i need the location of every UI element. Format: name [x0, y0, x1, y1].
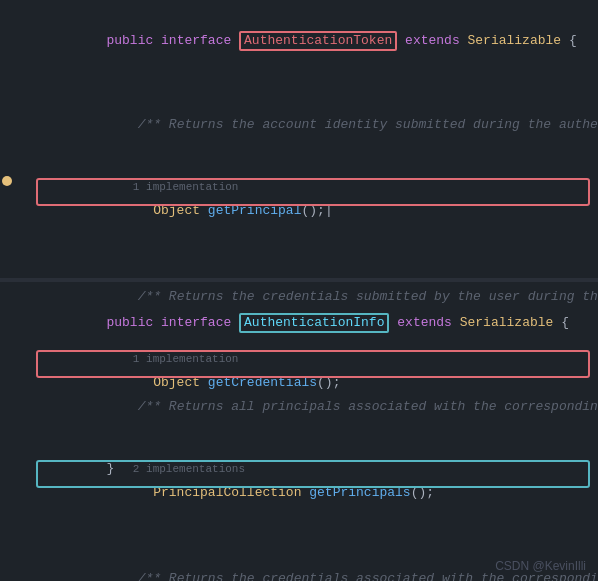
watermark: CSDN @KevinIlli [495, 559, 586, 573]
method-get-principals: getPrincipals [309, 485, 410, 500]
keyword-public: public [106, 33, 161, 48]
bottom-extends: extends [389, 315, 459, 330]
bottom-keyword-public: public [106, 315, 161, 330]
type-object-1: Object [122, 203, 208, 218]
serializable-type: Serializable [468, 33, 562, 48]
comment-1: /** Returns the account identity submitt… [106, 117, 598, 132]
code-line-5: Object getPrincipal();| [0, 180, 598, 242]
bottom-code-line-1: public interface AuthenticationInfo exte… [0, 292, 598, 354]
bottom-open-brace: { [553, 315, 569, 330]
bottom-method-content-1: PrincipalCollection getPrincipals(); [36, 463, 598, 523]
bottom-comment-content-1: /** Returns all principals associated wi… [36, 377, 598, 437]
bottom-keyword-interface: interface [161, 315, 239, 330]
keyword-interface: interface [161, 33, 239, 48]
class-name-authentication-info: AuthenticationInfo [239, 313, 389, 333]
line-content-1: public interface AuthenticationToken ext… [36, 11, 598, 71]
bottom-type-principal-collection: PrincipalCollection [122, 485, 309, 500]
bottom-blank-1 [0, 354, 598, 376]
bottom-serializable: Serializable [460, 315, 554, 330]
top-panel: public interface AuthenticationToken ext… [0, 0, 598, 280]
bottom-impl-1: 2 implementations [0, 438, 598, 460]
bottom-comment-1: /** Returns all principals associated wi… [0, 376, 598, 438]
code-line-4: 1 implementation [0, 156, 598, 178]
code-line-6 [0, 244, 598, 266]
open-brace-1: { [561, 33, 577, 48]
bottom-parens-1: (); [411, 485, 434, 500]
bottom-comment-text-1: /** Returns all principals associated wi… [106, 399, 597, 414]
yellow-dot-indicator [2, 176, 12, 186]
method-parens-1: (); [301, 203, 324, 218]
code-line-3: /** Returns the account identity submitt… [0, 94, 598, 156]
bottom-blank-2 [0, 526, 598, 548]
code-editor: public interface AuthenticationToken ext… [0, 0, 598, 581]
class-name-authentication-token: AuthenticationToken [239, 31, 397, 51]
bottom-panel: public interface AuthenticationInfo exte… [0, 282, 598, 581]
line-content-3: /** Returns the account identity submitt… [36, 95, 598, 155]
code-line-1: public interface AuthenticationToken ext… [0, 10, 598, 72]
cursor: | [325, 203, 333, 218]
bottom-method-line-1: PrincipalCollection getPrincipals(); [0, 462, 598, 524]
bottom-line-content-1: public interface AuthenticationInfo exte… [36, 293, 598, 353]
method-get-principal: getPrincipal [208, 203, 302, 218]
extends-keyword: extends [397, 33, 467, 48]
code-line-2 [0, 72, 598, 94]
line-content-5: Object getPrincipal();| [36, 181, 598, 241]
